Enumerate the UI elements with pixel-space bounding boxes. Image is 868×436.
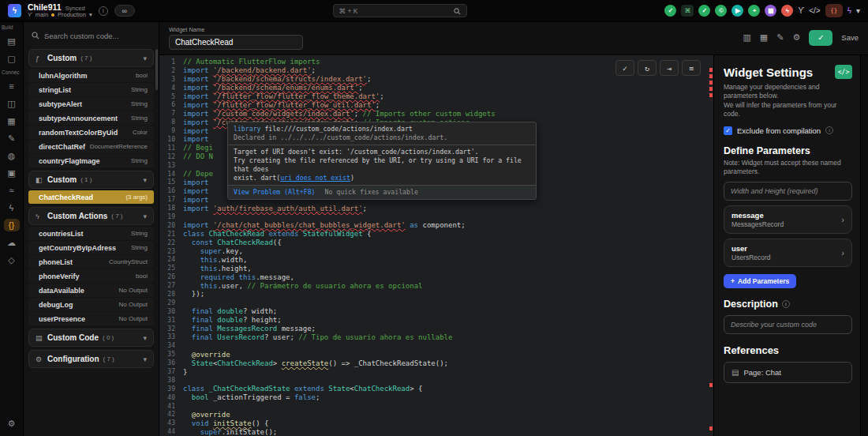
snippets-grid-icon[interactable]: ▦ bbox=[760, 32, 768, 43]
error-code-link[interactable]: uri_does_not_exist bbox=[280, 174, 350, 182]
add-parameters-button[interactable]: + Add Parameters bbox=[724, 274, 796, 288]
code-line[interactable]: 34 bbox=[159, 341, 713, 350]
code-line[interactable]: 24 this.width, bbox=[159, 255, 713, 264]
code-line[interactable]: 7import '/custom_code/widgets/index.dart… bbox=[159, 109, 713, 118]
sidebar-item-stringList[interactable]: stringListString bbox=[28, 83, 154, 96]
storyboard-icon[interactable]: ◫ bbox=[4, 97, 20, 110]
custom-code-active-icon[interactable]: {} bbox=[825, 4, 843, 17]
sidebar-item-phoneList[interactable]: phoneListCountryStruct bbox=[28, 255, 154, 269]
code-line[interactable]: 44 super.initState(); bbox=[159, 427, 713, 436]
chevron-down-icon[interactable]: ▾ bbox=[143, 334, 147, 342]
link-icon[interactable]: ∞ bbox=[114, 5, 135, 17]
section-header-configuration[interactable]: ⚙Configuration( 7 )▾ bbox=[28, 350, 154, 368]
status-purple-grid-icon[interactable]: ▦ bbox=[765, 5, 776, 17]
description-input[interactable]: Describe your custom code bbox=[724, 315, 852, 334]
info-icon[interactable]: i bbox=[782, 300, 790, 308]
cloud-functions-icon[interactable]: ☁ bbox=[4, 236, 20, 249]
sidebar-item-debugLog[interactable]: debugLogNo Output bbox=[28, 298, 154, 311]
automations-lightning-icon[interactable]: ϟ bbox=[847, 6, 851, 15]
reference-item[interactable]: ▤ Page: Chat bbox=[724, 362, 852, 383]
code-line[interactable]: 43 void initState() { bbox=[159, 419, 713, 427]
sidebar-item-dataAvailable[interactable]: dataAvailableNo Output bbox=[28, 284, 154, 297]
code-line[interactable]: 3import '/backend/schema/structs/index.d… bbox=[159, 75, 713, 84]
indent-button[interactable]: ⇥ bbox=[660, 60, 679, 76]
code-line[interactable]: 29 bbox=[159, 299, 713, 307]
docs-book-icon[interactable]: ▥ bbox=[743, 32, 750, 43]
code-line[interactable]: 25 this.height, bbox=[159, 264, 713, 272]
code-line[interactable]: 33 final UsersRecord? user; // Tipo de u… bbox=[159, 333, 713, 342]
collapsed-panel-strip[interactable] bbox=[860, 55, 868, 436]
width-height-input[interactable]: Width and Height (required) bbox=[724, 182, 852, 201]
code-line[interactable]: 38 bbox=[159, 376, 713, 385]
code-line[interactable]: 6import '/flutter_flow/flutter_flow_util… bbox=[159, 100, 713, 109]
section-header-custom-actions[interactable]: ϟCustom Actions( 7 )▾ bbox=[28, 207, 154, 225]
branch-name[interactable]: main bbox=[36, 12, 48, 18]
sidebar-item-ChatCheckRead[interactable]: ChatCheckRead(3 args) bbox=[28, 190, 154, 204]
build-hammer-icon[interactable]: ✎ bbox=[776, 32, 784, 43]
dashboard-icon[interactable]: ▤ bbox=[4, 35, 20, 47]
custom-code-icon[interactable]: {} bbox=[4, 219, 20, 231]
status-green-plus-icon[interactable]: + bbox=[748, 5, 760, 17]
status-orange-icon[interactable]: ϟ bbox=[781, 5, 793, 17]
sidebar-item-phoneVerify[interactable]: phoneVerifybool bbox=[28, 269, 154, 283]
sidebar-scrollbar[interactable] bbox=[155, 49, 158, 90]
code-line[interactable]: 39class _ChatCheckReadState extends Stat… bbox=[159, 385, 713, 393]
custom-code-search-input[interactable]: Search custom code... bbox=[24, 22, 159, 47]
code-line[interactable]: 40 bool _actionTriggered = false; bbox=[159, 393, 713, 402]
compile-check-button[interactable]: ✓ bbox=[809, 30, 832, 46]
code-line[interactable]: 27 this.user, // Parámetro de usuario ah… bbox=[159, 281, 713, 290]
code-line[interactable]: 5import '/flutter_flow/flutter_flow_them… bbox=[159, 92, 713, 101]
sidebar-item-countryFlagImage[interactable]: countryFlagImageString bbox=[28, 154, 154, 167]
apply-check-button[interactable]: ✓ bbox=[615, 60, 634, 76]
chevron-down-icon[interactable]: ▾ bbox=[143, 54, 147, 62]
integrations-icon[interactable]: ◇ bbox=[4, 254, 20, 266]
chevron-right-icon[interactable]: › bbox=[841, 248, 844, 257]
media-icon[interactable]: ◍ bbox=[4, 149, 20, 162]
code-line[interactable]: 18import 'auth/firebase_auth/auth_util.d… bbox=[159, 204, 713, 212]
parameter-card-user[interactable]: userUsersRecord› bbox=[724, 239, 852, 267]
chevron-down-icon[interactable]: ▾ bbox=[143, 212, 147, 220]
code-line[interactable]: 22 const ChatCheckRead({ bbox=[159, 239, 713, 247]
settings-gear-icon[interactable]: ⚙ bbox=[4, 417, 20, 430]
sidebar-item-subtypeAnnouncement[interactable]: subtypeAnnouncementString bbox=[28, 111, 154, 125]
format-button[interactable]: ≡ bbox=[682, 60, 701, 76]
tools-wrench-icon[interactable]: ⚙ bbox=[792, 32, 800, 43]
sidebar-item-luhnAlgorithm[interactable]: luhnAlgorithmbool bbox=[28, 69, 154, 82]
code-line[interactable]: 19 bbox=[159, 212, 713, 221]
sidebar-item-subtypeAlert[interactable]: subtypeAlertString bbox=[28, 97, 154, 111]
api-icon[interactable]: ≈ bbox=[4, 184, 20, 197]
branch-tree-icon[interactable]: ϒ bbox=[798, 6, 804, 15]
code-line[interactable]: 20import '/chat/chat_bubbles/chat_bubble… bbox=[159, 221, 713, 230]
sync-status-icon[interactable]: ✓ bbox=[664, 5, 676, 17]
code-line[interactable]: 23 super.key, bbox=[159, 247, 713, 256]
code-line[interactable]: 26 required this.message, bbox=[159, 272, 713, 281]
sidebar-item-randomTextColorByUid[interactable]: randomTextColorByUidColor bbox=[28, 126, 154, 139]
widget-tree-icon[interactable]: ≡ bbox=[4, 80, 20, 92]
code-line[interactable]: 21class ChatCheckRead extends StatefulWi… bbox=[159, 230, 713, 239]
sidebar-item-userPresence[interactable]: userPresenceNo Output bbox=[28, 312, 154, 325]
code-line[interactable]: 4import '/backend/schema/enums/enums.dar… bbox=[159, 84, 713, 92]
content-icon[interactable]: ▦ bbox=[4, 115, 20, 127]
code-icon[interactable]: </> bbox=[809, 6, 820, 15]
actions-icon[interactable]: ϟ bbox=[4, 201, 20, 214]
save-button[interactable]: Save bbox=[841, 33, 859, 42]
chevron-down-icon[interactable]: ▾ bbox=[143, 176, 147, 184]
code-line[interactable]: 35 @override bbox=[159, 350, 713, 359]
code-editor[interactable]: ✓↻⇥≡ 1// Automatic FlutterFlow imports2i… bbox=[159, 55, 713, 436]
code-line[interactable]: 36 State<ChatCheckRead> createState() =>… bbox=[159, 359, 713, 367]
code-line[interactable]: 42 @override bbox=[159, 411, 713, 419]
sidebar-item-getCountryByIpAdress[interactable]: getCountryByIpAdressString bbox=[28, 241, 154, 254]
chevron-down-icon[interactable]: ▾ bbox=[856, 6, 860, 15]
code-line[interactable]: 30 final double? width; bbox=[159, 307, 713, 316]
chevron-down-icon[interactable]: ▾ bbox=[143, 355, 147, 363]
code-line[interactable]: 32 final MessagesRecord message; bbox=[159, 325, 713, 333]
sidebar-item-directChatRef[interactable]: directChatRefDocumentReference bbox=[28, 140, 154, 153]
theme-icon[interactable]: ✎ bbox=[4, 132, 20, 145]
status-green-copyright-icon[interactable]: © bbox=[715, 5, 727, 17]
widget-name-input[interactable] bbox=[169, 35, 303, 50]
section-header-custom[interactable]: ◧Custom( 1 )▾ bbox=[28, 171, 154, 189]
data-icon[interactable]: ▣ bbox=[4, 167, 20, 179]
parameter-card-message[interactable]: messageMessagesRecord› bbox=[724, 205, 852, 234]
info-icon[interactable]: i bbox=[99, 6, 108, 16]
status-green-check-icon[interactable]: ✓ bbox=[698, 5, 710, 17]
